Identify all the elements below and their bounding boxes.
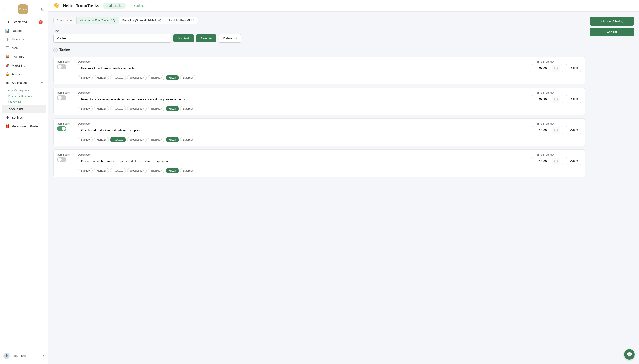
time-input[interactable] xyxy=(537,64,552,72)
add-list-button[interactable]: Add list xyxy=(590,28,634,36)
reminders-col: Reminders xyxy=(57,122,75,131)
wave-emoji: 👋 xyxy=(53,3,59,8)
title-input[interactable] xyxy=(53,34,171,42)
spot-tab-atonelee[interactable]: Atonelee coffee (Atoneli 19) xyxy=(77,17,119,24)
help-icon: ? xyxy=(53,48,58,52)
day-pill[interactable]: Thursday xyxy=(148,106,164,111)
day-pill[interactable]: Thursday xyxy=(148,168,164,173)
reminder-toggle[interactable] xyxy=(57,64,66,70)
top-header: 👋 Hello, Todo/Tasks Todo/Tasks Settings xyxy=(48,0,639,12)
day-pill[interactable]: Saturday xyxy=(180,106,196,111)
logo-text: Poster xyxy=(19,8,27,11)
inventory-icon: 📦 xyxy=(5,54,10,59)
day-pill[interactable]: Thursday xyxy=(148,75,164,80)
day-pill[interactable]: Wednesday xyxy=(127,75,147,80)
sidebar-item-label: Marketing xyxy=(12,64,25,67)
sidebar-item-applications[interactable]: ⊞ Applications ▾ xyxy=(2,78,46,87)
sidebar-item-access[interactable]: 🔒 Access xyxy=(2,70,46,78)
clock-icon: 🕐 xyxy=(552,65,559,72)
sidebar-item-get-started[interactable]: ⊙ Get started 1 xyxy=(2,18,46,26)
tab-settings[interactable]: Settings xyxy=(130,2,149,9)
sidebar: ‹ Poster ⊡ ⊙ Get started 1 📊 Reports $ F… xyxy=(0,0,48,364)
day-pill[interactable]: Sunday xyxy=(78,168,93,173)
day-pill[interactable]: Tuesday xyxy=(110,106,126,111)
day-pills-row: SundayMondayTuesdayWednesdayThursdayFrid… xyxy=(57,137,581,142)
spot-tab-peter-bar[interactable]: Peter Bar (Petre Melikishvili st) xyxy=(119,17,165,24)
sidebar-item-poster-for-developers[interactable]: Poster for Developers xyxy=(0,93,48,99)
sidebar-item-todo-tasks[interactable]: Todo/Tasks xyxy=(2,105,46,113)
day-pill[interactable]: Wednesday xyxy=(127,168,147,173)
day-pill[interactable]: Wednesday xyxy=(127,106,147,111)
task-card: Reminders Description Time in the day 🕐 … xyxy=(53,56,585,84)
delete-task-button[interactable]: Delete xyxy=(566,95,581,103)
main-content: 👋 Hello, Todo/Tasks Todo/Tasks Settings … xyxy=(48,0,639,364)
sidebar-item-menu[interactable]: ☰ Menu xyxy=(2,44,46,52)
day-pill[interactable]: Monday xyxy=(94,168,109,173)
time-input[interactable] xyxy=(537,157,552,165)
reminder-toggle[interactable] xyxy=(57,126,66,131)
tab-todo-tasks[interactable]: Todo/Tasks xyxy=(103,2,126,9)
kitchen-list-button[interactable]: Kitchen (4 tasks) xyxy=(590,17,634,26)
delete-list-button[interactable]: Delete list xyxy=(219,34,241,42)
description-input[interactable] xyxy=(78,126,533,134)
day-pill[interactable]: Friday xyxy=(166,106,179,111)
day-pill[interactable]: Thursday xyxy=(148,137,164,142)
day-pill[interactable]: Saturday xyxy=(180,168,196,173)
day-pill[interactable]: Sunday xyxy=(78,137,93,142)
day-pill[interactable]: Sunday xyxy=(78,106,93,111)
sidebar-item-label: Menu xyxy=(12,46,20,50)
sidebar-item-label: Recommend Poster xyxy=(12,124,39,128)
sidebar-item-marketing[interactable]: 📣 Marketing xyxy=(2,61,46,70)
delete-task-button[interactable]: Delete xyxy=(566,126,581,134)
delete-col: Delete xyxy=(566,153,581,165)
sidebar-item-kitchen-kit[interactable]: Kitchen Kit xyxy=(0,99,48,105)
time-input[interactable] xyxy=(537,95,552,103)
delete-task-button[interactable]: Delete xyxy=(566,157,581,165)
day-pills-row: SundayMondayTuesdayWednesdayThursdayFrid… xyxy=(57,106,581,111)
reminder-toggle[interactable] xyxy=(57,95,66,100)
time-label: Time in the day xyxy=(537,91,563,94)
sidebar-item-finances[interactable]: $ Finances xyxy=(2,35,46,44)
description-input[interactable] xyxy=(78,95,533,104)
sidebar-item-inventory[interactable]: 📦 Inventory xyxy=(2,52,46,61)
day-pill[interactable]: Saturday xyxy=(180,137,196,142)
day-pill[interactable]: Saturday xyxy=(180,75,196,80)
day-pill[interactable]: Tuesday xyxy=(110,137,126,142)
day-pill[interactable]: Wednesday xyxy=(127,137,147,142)
time-input[interactable] xyxy=(537,126,552,134)
back-button[interactable]: ‹ xyxy=(4,7,5,12)
finances-icon: $ xyxy=(5,37,10,41)
reminder-toggle[interactable] xyxy=(57,157,66,162)
add-task-button[interactable]: Add task xyxy=(173,34,194,42)
clock-icon: 🕐 xyxy=(552,127,559,134)
delete-col: Delete xyxy=(566,91,581,103)
sidebar-item-recommend[interactable]: 🎁 Recommend Poster xyxy=(2,122,46,130)
sidebar-item-reports[interactable]: 📊 Reports xyxy=(2,26,46,35)
spot-tab-samidie[interactable]: Samidie (Bolo Midie) xyxy=(165,17,198,24)
clock-icon: 🕐 xyxy=(552,96,559,103)
display-icon-button[interactable]: ⊡ xyxy=(41,7,44,12)
save-list-button[interactable]: Save list xyxy=(196,34,216,42)
description-input[interactable] xyxy=(78,64,533,72)
delete-task-button[interactable]: Delete xyxy=(566,64,581,72)
sidebar-footer[interactable]: 👤 Todo/Tasks ▾ xyxy=(0,350,48,362)
chat-bubble-button[interactable]: 💬 xyxy=(624,349,635,360)
day-pill[interactable]: Monday xyxy=(94,75,109,80)
day-pill[interactable]: Sunday xyxy=(78,75,93,80)
gift-icon: 🎁 xyxy=(5,124,10,128)
day-pills-row: SundayMondayTuesdayWednesdayThursdayFrid… xyxy=(57,168,581,173)
day-pill[interactable]: Tuesday xyxy=(110,75,126,80)
description-input[interactable] xyxy=(78,157,533,166)
day-pill[interactable]: Monday xyxy=(94,137,109,142)
day-pill[interactable]: Friday xyxy=(166,168,179,173)
access-icon: 🔒 xyxy=(5,72,10,76)
day-pill[interactable]: Monday xyxy=(94,106,109,111)
sidebar-item-settings[interactable]: ⚙ Settings xyxy=(2,113,46,122)
sidebar-item-app-marketplace[interactable]: App Marketplace xyxy=(0,87,48,93)
clock-icon: 🕐 xyxy=(552,158,559,165)
marketing-icon: 📣 xyxy=(5,63,10,68)
main-panel: Choose spot: Atonelee coffee (Atoneli 19… xyxy=(53,17,585,359)
day-pill[interactable]: Friday xyxy=(166,75,179,80)
day-pill[interactable]: Friday xyxy=(166,137,179,142)
day-pill[interactable]: Tuesday xyxy=(110,168,126,173)
